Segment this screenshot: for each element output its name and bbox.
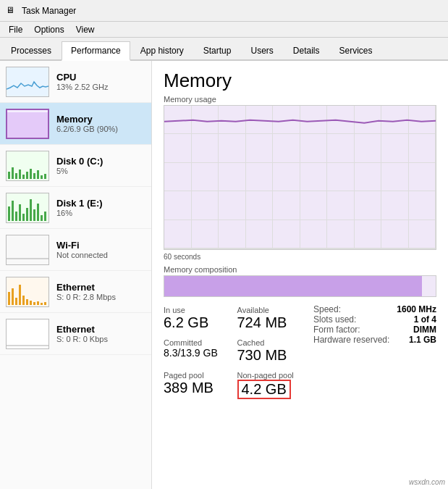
ethernet2-label: Ethernet S: 0 R: 0 Kbps: [56, 324, 108, 343]
sidebar-item-cpu[interactable]: CPU 13% 2.52 GHz: [0, 61, 151, 103]
memory-composition-chart: [164, 275, 436, 297]
tab-app-history[interactable]: App history: [131, 41, 193, 59]
menu-bar: File Options View: [0, 22, 448, 38]
stat-committed-label: Committed: [164, 338, 229, 347]
sidebar-item-ethernet1[interactable]: Ethernet S: 0 R: 2.8 Mbps: [0, 271, 151, 313]
svg-rect-12: [12, 201, 14, 221]
stat-available-value: 724 MB: [237, 314, 303, 331]
svg-rect-6: [30, 169, 32, 179]
svg-rect-5: [26, 172, 28, 179]
stat-paged-value: 389 MB: [164, 380, 229, 396]
memory-thumbnail: [6, 109, 49, 139]
svg-rect-23: [8, 292, 10, 305]
tab-processes[interactable]: Processes: [1, 41, 61, 59]
app-title: Task Manager: [22, 6, 76, 16]
svg-rect-21: [44, 212, 46, 221]
stat-nonpaged: Non-paged pool 4.2 GB: [237, 369, 303, 401]
svg-rect-30: [33, 302, 35, 305]
svg-rect-16: [26, 208, 28, 221]
svg-rect-17: [30, 199, 32, 221]
disk0-label: Disk 0 (C:) 5%: [56, 156, 103, 175]
svg-rect-14: [19, 204, 21, 221]
svg-rect-15: [22, 214, 25, 221]
stat-inuse-label: In use: [164, 306, 229, 314]
right-panel: Memory Memory usage: [152, 61, 448, 489]
tab-bar: Processes Performance App history Startu…: [0, 38, 448, 61]
stat-available: Available 724 MB: [237, 304, 303, 333]
stat-speed-row: Speed: 1600 MHz: [313, 304, 436, 314]
stat-nonpaged-label: Non-paged pool: [237, 371, 303, 380]
menu-options[interactable]: Options: [28, 23, 69, 36]
watermark: wsxdn.com: [409, 478, 445, 486]
wifi-label: Wi-Fi Not connected: [56, 240, 108, 259]
svg-rect-10: [44, 174, 46, 179]
stat-form-row: Form factor: DIMM: [313, 325, 436, 335]
sidebar-item-memory[interactable]: Memory 6.2/6.9 GB (90%): [0, 103, 151, 145]
svg-rect-8: [37, 170, 39, 179]
stat-available-label: Available: [237, 306, 303, 314]
svg-rect-11: [8, 206, 10, 221]
svg-rect-7: [33, 173, 35, 179]
stat-slots-row: Slots used: 1 of 4: [313, 314, 436, 325]
composition-bar: [164, 276, 422, 296]
svg-rect-29: [30, 301, 32, 305]
panel-title: Memory: [164, 70, 436, 92]
wifi-thumbnail: [6, 235, 49, 265]
main-content: CPU 13% 2.52 GHz Memory 6.2/6.9 GB (90%): [0, 61, 448, 489]
stat-paged: Paged pool 389 MB: [164, 369, 229, 401]
stat-hwreserved-row: Hardware reserved: 1.1 GB: [313, 335, 436, 345]
svg-rect-32: [41, 303, 43, 305]
stat-committed: Committed 8.3/13.9 GB: [164, 337, 229, 365]
svg-rect-13: [15, 212, 17, 221]
tab-users[interactable]: Users: [241, 41, 282, 59]
svg-rect-19: [37, 204, 39, 221]
ethernet2-thumbnail: [6, 319, 49, 349]
tab-services[interactable]: Services: [330, 41, 382, 59]
menu-view[interactable]: View: [70, 23, 101, 36]
disk1-thumbnail: [6, 193, 49, 223]
stat-hwreserved-label: Hardware reserved:: [313, 335, 389, 345]
tab-startup[interactable]: Startup: [194, 41, 241, 59]
ethernet1-label: Ethernet S: 0 R: 2.8 Mbps: [56, 282, 116, 301]
sidebar-item-disk0[interactable]: Disk 0 (C:) 5%: [0, 145, 151, 187]
svg-rect-4: [22, 175, 25, 179]
stat-inuse: In use 6.2 GB: [164, 304, 229, 333]
ethernet1-thumbnail: [6, 277, 49, 307]
sidebar-item-wifi[interactable]: Wi-Fi Not connected: [0, 229, 151, 271]
svg-rect-24: [12, 288, 14, 305]
stats-left: In use 6.2 GB Available 724 MB Committed…: [164, 304, 302, 401]
svg-rect-26: [19, 285, 21, 305]
tab-details[interactable]: Details: [284, 41, 329, 59]
svg-rect-3: [19, 170, 21, 179]
app-icon: 🖥: [6, 5, 17, 17]
nonpaged-highlight-box: 4.2 GB: [237, 380, 291, 399]
svg-rect-2: [15, 173, 17, 179]
stat-cached-value: 730 MB: [237, 347, 303, 364]
stat-committed-value: 8.3/13.9 GB: [164, 347, 229, 359]
stat-form-label: Form factor:: [313, 325, 360, 335]
stat-speed-value: 1600 MHz: [397, 304, 436, 314]
menu-file[interactable]: File: [3, 23, 28, 36]
sidebar-item-ethernet2[interactable]: Ethernet S: 0 R: 0 Kbps: [0, 313, 151, 355]
stat-inuse-value: 6.2 GB: [164, 314, 229, 331]
stat-slots-label: Slots used:: [313, 314, 356, 325]
chart-usage-label: Memory usage: [164, 95, 436, 104]
memory-line-svg: [164, 106, 436, 249]
sidebar: CPU 13% 2.52 GHz Memory 6.2/6.9 GB (90%): [0, 61, 152, 489]
svg-rect-31: [37, 301, 39, 305]
stat-speed-label: Speed:: [313, 304, 341, 314]
stat-hwreserved-value: 1.1 GB: [409, 335, 436, 345]
stats-area: In use 6.2 GB Available 724 MB Committed…: [164, 304, 436, 401]
tab-performance[interactable]: Performance: [62, 41, 130, 61]
title-bar: 🖥 Task Manager: [0, 0, 448, 22]
stat-paged-label: Paged pool: [164, 371, 229, 380]
chart-composition-label: Memory composition: [164, 265, 436, 274]
stats-top-grid: In use 6.2 GB Available 724 MB Committed…: [164, 304, 302, 365]
stat-nonpaged-value: 4.2 GB: [242, 381, 287, 398]
disk0-thumbnail: [6, 151, 49, 181]
stats-right: Speed: 1600 MHz Slots used: 1 of 4 Form …: [313, 304, 436, 401]
memory-label: Memory 6.2/6.9 GB (90%): [56, 114, 118, 133]
sidebar-item-disk1[interactable]: Disk 1 (E:) 16%: [0, 187, 151, 229]
stat-cached: Cached 730 MB: [237, 337, 303, 365]
svg-rect-1: [12, 167, 14, 179]
